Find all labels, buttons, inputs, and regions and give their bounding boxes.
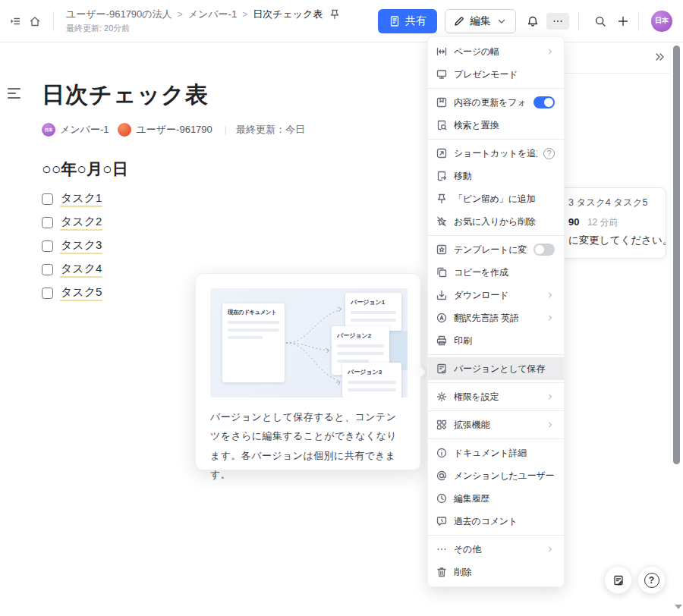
home-icon[interactable] — [29, 15, 41, 27]
print-icon — [436, 335, 448, 347]
menu-item-edit-history[interactable]: 編集履歴 — [428, 487, 564, 510]
copy-icon — [436, 266, 448, 278]
author-name[interactable]: メンバー-1 — [60, 123, 109, 137]
version1-card: バージョン1 — [345, 293, 401, 331]
task-label: タスク4 — [60, 262, 102, 278]
convert-template-toggle[interactable] — [533, 244, 555, 256]
menu-item-set-permissions[interactable]: 権限を設定 — [428, 385, 564, 408]
help-icon: ? — [543, 148, 555, 159]
follow-updates-icon — [436, 96, 448, 108]
outline-toggle-icon[interactable] — [8, 88, 23, 102]
comment-quote: 3 タスク4 タスク5 — [568, 196, 659, 209]
menu-item-past-comments[interactable]: 過去のコメント — [428, 510, 564, 533]
sidebar-toggle-icon[interactable] — [9, 15, 21, 27]
breadcrumb-block: ユーザー-961790の法人>メンバー-1>日次チェック表 最終更新: 20分前 — [66, 8, 341, 34]
author-name[interactable]: ユーザー-961790 — [136, 123, 212, 137]
menu-item-label: お気に入りから削除 — [454, 215, 555, 228]
menu-item-label: プレゼンモード — [454, 68, 555, 81]
menu-item-save-as-version[interactable]: バージョンとして保存 — [428, 357, 564, 380]
task-row: タスク4 — [42, 258, 102, 281]
task-checkbox[interactable] — [42, 217, 53, 228]
doc-last-updated: 最終更新：今日 — [236, 123, 305, 137]
menu-item-translate[interactable]: 翻訳先言語 英語 — [428, 306, 564, 329]
menu-item-delete[interactable]: 削除 — [428, 561, 564, 583]
edit-history-icon — [436, 492, 448, 504]
presentation-icon — [436, 68, 448, 80]
version-preview-popup: 現在のドキュメント バージョン1 バージョン2 バージョン3 バージョンとして保… — [195, 273, 421, 470]
menu-item-page-width[interactable]: ページの幅 — [428, 40, 564, 63]
user-avatar[interactable]: 日本 — [651, 11, 672, 32]
breadcrumb-item[interactable]: ユーザー-961790の法人 — [66, 8, 172, 21]
menu-divider — [428, 535, 564, 536]
menu-item-print[interactable]: 印刷 — [428, 329, 564, 352]
pin-icon[interactable] — [329, 8, 341, 20]
help-icon: ? — [644, 573, 659, 588]
topbar-divider — [578, 11, 579, 31]
menu-item-label: 内容の更新をフォロー — [454, 96, 527, 109]
breadcrumb-item[interactable]: メンバー-1 — [188, 8, 237, 21]
task-row: タスク2 — [42, 211, 102, 234]
version3-card: バージョン3 — [342, 363, 401, 398]
meta-divider: | — [225, 124, 227, 135]
scrollbar-down-arrow[interactable] — [675, 605, 682, 609]
collapse-panel-icon[interactable] — [651, 49, 668, 65]
menu-item-extensions[interactable]: 拡張機能 — [428, 413, 564, 436]
menu-item-follow-updates[interactable]: 内容の更新をフォロー — [428, 91, 564, 114]
menu-item-label: 編集履歴 — [454, 492, 555, 505]
notifications-bell-icon[interactable] — [527, 15, 539, 27]
task-checkbox[interactable] — [42, 240, 53, 252]
breadcrumb-separator: > — [178, 9, 183, 20]
menu-item-document-details[interactable]: ドキュメント詳細 — [428, 442, 564, 464]
convert-template-icon — [436, 244, 448, 256]
menu-item-download[interactable]: ダウンロード — [428, 284, 564, 306]
menu-item-label: ショートカットを追加 — [454, 147, 537, 160]
menu-item-presentation-mode[interactable]: プレゼンモード — [428, 63, 564, 86]
task-checkbox[interactable] — [42, 264, 53, 275]
permissions-icon — [436, 391, 448, 403]
section-heading: ○○年○月○日 — [42, 159, 128, 180]
feedback-button[interactable] — [604, 566, 632, 594]
menu-divider — [428, 410, 564, 411]
more-icon — [436, 543, 448, 555]
current-document-card: 現在のドキュメント — [222, 303, 285, 382]
follow-updates-toggle[interactable] — [533, 96, 555, 108]
menu-item-remove-favorite[interactable]: お気に入りから削除 — [428, 210, 564, 233]
more-actions-button[interactable] — [546, 13, 569, 30]
side-panel-divider — [565, 73, 669, 74]
menu-item-mentioned-users[interactable]: メンションしたユーザー — [428, 464, 564, 487]
document-meta: 日本 メンバー-1 ユーザー-961790 | 最終更新：今日 — [42, 123, 305, 137]
task-row: タスク5 — [42, 281, 102, 305]
feedback-icon — [612, 574, 625, 586]
edit-button[interactable]: 編集 — [445, 9, 516, 33]
breadcrumb-item[interactable]: 日次チェック表 — [253, 8, 323, 21]
menu-item-make-copy[interactable]: コピーを作成 — [428, 261, 564, 284]
author-avatar[interactable] — [118, 123, 131, 137]
menu-item-convert-template[interactable]: テンプレートに変換 — [428, 238, 564, 261]
delete-icon — [436, 566, 448, 578]
page-width-icon — [436, 46, 448, 58]
scrollbar-thumb[interactable] — [673, 46, 680, 464]
download-icon — [436, 289, 448, 301]
menu-item-more[interactable]: その他 — [428, 538, 564, 561]
last-updated-text: 最終更新: 20分前 — [66, 23, 341, 34]
chevron-right-icon — [546, 545, 555, 554]
popup-caret — [415, 366, 427, 379]
version-illustration: 現在のドキュメント バージョン1 バージョン2 バージョン3 — [210, 288, 408, 398]
chevron-right-icon — [546, 313, 555, 322]
task-checkbox[interactable] — [42, 288, 53, 299]
menu-item-label: 印刷 — [454, 335, 555, 347]
task-checkbox[interactable] — [42, 193, 53, 205]
breadcrumb-separator: > — [242, 9, 247, 20]
menu-item-find-replace[interactable]: 検索と置換 — [428, 114, 564, 137]
create-new-icon[interactable] — [617, 15, 629, 27]
search-icon[interactable] — [594, 15, 606, 27]
top-bar: ユーザー-961790の法人>メンバー-1>日次チェック表 最終更新: 20分前… — [0, 0, 683, 42]
menu-item-add-shortcut[interactable]: ショートカットを追加? — [428, 142, 564, 165]
menu-item-add-pin[interactable]: 「ピン留め」に追加 — [428, 187, 564, 210]
author-avatar[interactable]: 日本 — [42, 123, 55, 137]
topbar-right: 共有 編集 日本 — [378, 9, 683, 33]
pencil-icon — [453, 15, 465, 27]
share-button[interactable]: 共有 — [378, 9, 437, 33]
menu-item-move[interactable]: 移動 — [428, 165, 564, 187]
help-button[interactable]: ? — [637, 566, 666, 594]
